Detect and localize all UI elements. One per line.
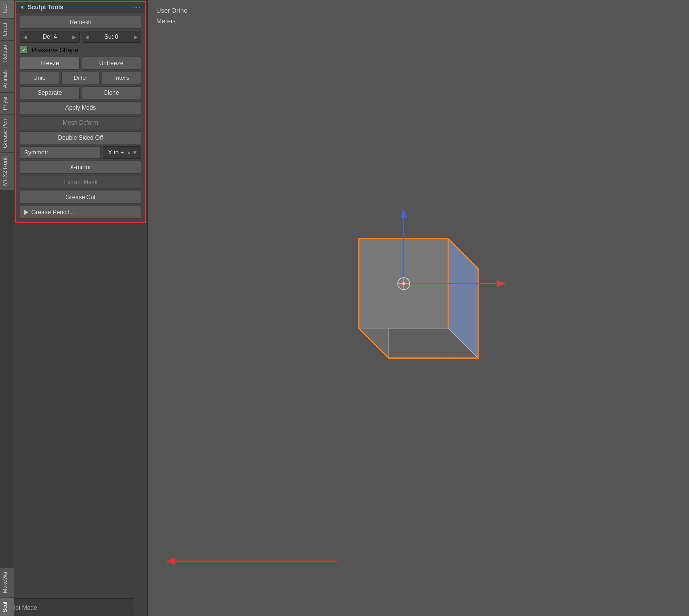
grease-pencil-inner: Grease Pencil ... bbox=[24, 209, 137, 216]
extract-mask-button[interactable]: Extract Mask bbox=[20, 176, 141, 189]
dropdown-arrow-icon: ▲▼ bbox=[126, 149, 138, 156]
de-left-arrow-icon: ◀ bbox=[23, 34, 27, 40]
panel-empty-area bbox=[14, 224, 147, 616]
panel-content: Remesh ◀ De: 4 ▶ ◀ Su: 0 ▶ ✓ Preserve Sh… bbox=[16, 13, 145, 222]
vertical-tabs: Tool Creat Relatio Animati Physi Grease … bbox=[0, 0, 14, 616]
su-left-arrow-icon: ◀ bbox=[85, 34, 89, 40]
grease-cut-button[interactable]: Grease Cut bbox=[20, 191, 141, 204]
bottom-bar: Sculpt Mode ··· bbox=[0, 598, 134, 616]
grease-pencil-label: Grease Pencil ... bbox=[31, 209, 76, 216]
play-icon bbox=[24, 210, 28, 215]
freeze-button[interactable]: Freeze bbox=[20, 57, 80, 70]
sidebar-item-grease-pen[interactable]: Grease Pen bbox=[0, 114, 14, 152]
panel-area: ▼ Sculpt Tools ··· Remesh ◀ De: 4 ▶ ◀ Su… bbox=[14, 0, 148, 616]
scul-arrow bbox=[148, 546, 347, 576]
symmetr-label: Symmetr bbox=[20, 146, 101, 159]
su-right-arrow-icon: ▶ bbox=[134, 34, 138, 40]
sidebar-item-animati[interactable]: Animati bbox=[0, 66, 14, 92]
preserve-shape-row: ✓ Preserve Shape bbox=[20, 45, 141, 55]
svg-marker-69 bbox=[166, 557, 175, 565]
preserve-shape-label: Preserve Shape bbox=[32, 46, 78, 54]
sidebar-item-physi[interactable]: Physi bbox=[0, 92, 14, 114]
inters-button[interactable]: Inters bbox=[102, 72, 141, 84]
bottom-dots-icon: ··· bbox=[122, 604, 130, 611]
panel-dots-icon: ··· bbox=[133, 4, 141, 11]
svg-marker-61 bbox=[400, 209, 407, 218]
viewport-info: User Ortho Meters bbox=[156, 6, 188, 27]
sidebar-item-tool[interactable]: Tool bbox=[0, 0, 14, 18]
unfreeze-button[interactable]: Unfreeze bbox=[82, 57, 141, 70]
de-field[interactable]: ◀ De: 4 ▶ bbox=[20, 31, 80, 43]
grease-pencil-button[interactable]: Grease Pencil ... bbox=[20, 206, 141, 219]
clone-button[interactable]: Clone bbox=[82, 86, 141, 99]
panel-title: Sculpt Tools bbox=[28, 4, 63, 11]
viewport[interactable]: User Ortho Meters bbox=[148, 0, 689, 616]
de-su-row: ◀ De: 4 ▶ ◀ Su: 0 ▶ bbox=[20, 31, 141, 43]
de-value: De: 4 bbox=[43, 33, 57, 40]
sidebar-item-scul[interactable]: Scul bbox=[0, 597, 14, 616]
su-value: Su: 0 bbox=[104, 33, 118, 40]
unio-button[interactable]: Unio bbox=[20, 72, 59, 84]
sidebar-item-creat[interactable]: Creat bbox=[0, 18, 14, 40]
xmirror-button[interactable]: X-mirror bbox=[20, 161, 141, 174]
separate-button[interactable]: Separate bbox=[20, 86, 80, 99]
sidebar-item-relatio[interactable]: Relatio bbox=[0, 40, 14, 66]
collapse-triangle-icon: ▼ bbox=[20, 5, 25, 10]
viewport-units: Meters bbox=[156, 16, 188, 27]
de-right-arrow-icon: ▶ bbox=[72, 34, 76, 40]
sym-dropdown[interactable]: -X to + ▲▼ bbox=[103, 146, 141, 159]
viewport-projection: User Ortho bbox=[156, 6, 188, 16]
differ-button[interactable]: Differ bbox=[61, 72, 100, 84]
cube-3d bbox=[329, 209, 508, 399]
freeze-row: Freeze Unfreeze bbox=[20, 57, 141, 70]
remesh-button[interactable]: Remesh bbox=[20, 16, 141, 29]
sculpt-tools-panel: ▼ Sculpt Tools ··· Remesh ◀ De: 4 ▶ ◀ Su… bbox=[15, 1, 146, 223]
sidebar-item-mhx2[interactable]: MHX2 Runti bbox=[0, 152, 14, 190]
mesh-deform-button[interactable]: Mesh Deform bbox=[20, 116, 141, 129]
su-field[interactable]: ◀ Su: 0 ▶ bbox=[82, 31, 141, 43]
svg-marker-63 bbox=[497, 280, 506, 287]
symmetry-row: Symmetr -X to + ▲▼ bbox=[20, 146, 141, 159]
preserve-shape-checkbox[interactable]: ✓ bbox=[20, 46, 28, 54]
panel-header: ▼ Sculpt Tools ··· bbox=[16, 2, 145, 13]
separate-row: Separate Clone bbox=[20, 86, 141, 99]
sym-value: -X to + bbox=[106, 149, 124, 156]
boolean-row: Unio Differ Inters bbox=[20, 72, 141, 84]
sidebar-item-makewa[interactable]: MakeWa bbox=[0, 567, 14, 597]
double-sided-button[interactable]: Double Sided Off bbox=[20, 131, 141, 144]
apply-mods-button[interactable]: Apply Mods bbox=[20, 101, 141, 114]
cube-svg bbox=[329, 209, 508, 398]
